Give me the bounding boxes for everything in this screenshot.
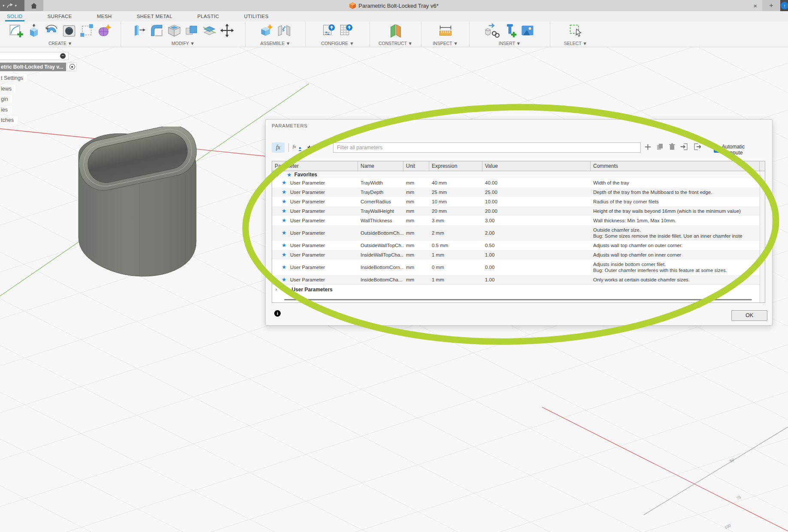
- browser-item-document-settings[interactable]: t Settings: [0, 74, 27, 82]
- measure-icon[interactable]: [438, 23, 453, 38]
- filter-parameters-input[interactable]: [333, 142, 641, 153]
- chevron-right-icon[interactable]: ›: [276, 287, 281, 292]
- tab-sheet-metal[interactable]: SHEET METAL: [136, 11, 172, 21]
- joint-icon[interactable]: [277, 23, 291, 38]
- table-row[interactable]: ★User Parameter InsideWallTopCha... mm 1…: [272, 250, 765, 260]
- favorite-star-icon[interactable]: ★: [282, 242, 287, 248]
- column-header-expression[interactable]: Expression: [429, 161, 482, 171]
- import-parameters-icon[interactable]: [681, 143, 688, 150]
- tab-utilities[interactable]: UTILITIES: [244, 11, 268, 21]
- info-icon[interactable]: i: [274, 310, 281, 317]
- table-row[interactable]: ★User Parameter InsideBottomCha... mm 1 …: [272, 275, 765, 284]
- parameter-comments-cell[interactable]: Only works at certain outside chamfer si…: [591, 275, 760, 284]
- column-header-name[interactable]: Name: [358, 161, 403, 171]
- column-header-comments[interactable]: Comments: [591, 161, 760, 171]
- select-icon[interactable]: [568, 23, 583, 38]
- favorites-group-row[interactable]: ⌄ ★ Favorites: [272, 171, 765, 178]
- parameter-expression-cell[interactable]: 2 mm: [429, 228, 482, 238]
- visibility-radio-icon[interactable]: [67, 62, 77, 71]
- export-parameters-icon[interactable]: [694, 143, 701, 150]
- table-row[interactable]: ★User Parameter TrayDepth mm 25 mm 25.00…: [272, 187, 765, 197]
- tab-solid[interactable]: SOLID: [7, 11, 23, 21]
- favorite-star-icon[interactable]: ★: [282, 199, 287, 205]
- construct-plane-icon[interactable]: [388, 23, 403, 38]
- insert-group-label[interactable]: INSERT ▼: [499, 41, 521, 46]
- browser-item-named-views[interactable]: iews: [0, 85, 15, 93]
- duplicate-parameter-icon[interactable]: [657, 143, 664, 150]
- collapse-icon[interactable]: −: [60, 53, 66, 59]
- modify-group-label[interactable]: MODIFY ▼: [172, 41, 195, 46]
- create-group-label[interactable]: CREATE ▼: [48, 41, 72, 46]
- ok-button[interactable]: OK: [731, 310, 767, 321]
- add-parameter-icon[interactable]: [645, 144, 651, 150]
- parameter-comments-cell[interactable]: Wall thickness: Min 1mm, Max 10mm.: [591, 216, 760, 225]
- table-row[interactable]: ★User Parameter CornerRadius mm 10 mm 10…: [272, 197, 765, 206]
- inspect-group-label[interactable]: INSPECT ▼: [433, 41, 458, 46]
- automatic-compute-control[interactable]: ✓ Automatic Compute: [714, 144, 766, 156]
- new-tab-button[interactable]: +: [762, 0, 780, 11]
- table-row[interactable]: ★User Parameter OutsideBottomCh... mm 2 …: [272, 225, 765, 241]
- browser-header-bar[interactable]: −: [0, 52, 69, 60]
- table-row[interactable]: ★User Parameter TrayWallHeight mm 20 mm …: [272, 206, 765, 216]
- combine-icon[interactable]: [185, 23, 199, 38]
- split-body-icon[interactable]: [202, 23, 217, 38]
- configure-group-label[interactable]: CONFIGURE ▼: [321, 41, 354, 46]
- parameter-comments-cell[interactable]: Depth of the tray from the Multiboard to…: [591, 187, 760, 197]
- construct-group-label[interactable]: CONSTRUCT ▼: [379, 41, 412, 46]
- browser-item-bodies[interactable]: ies: [0, 106, 12, 114]
- extrude-icon[interactable]: [27, 23, 41, 38]
- tab-mesh[interactable]: MESH: [97, 11, 112, 21]
- select-group-label[interactable]: SELECT ▼: [564, 41, 587, 46]
- configure-feature-icon[interactable]: [321, 23, 336, 38]
- favorite-star-icon[interactable]: ★: [282, 230, 287, 236]
- parameter-expression-cell[interactable]: 0 mm: [429, 263, 482, 272]
- table-row[interactable]: ★User Parameter InsideBottomCorn... mm 0…: [272, 260, 765, 275]
- create-sketch-icon[interactable]: [9, 23, 24, 38]
- column-header-parameter[interactable]: Parameter: [272, 161, 358, 171]
- model-body[interactable]: [69, 127, 210, 285]
- hole-icon[interactable]: [62, 23, 76, 38]
- filter-favorites-button[interactable]: ★: [304, 144, 315, 151]
- press-pull-icon[interactable]: [132, 23, 146, 38]
- parameter-comments-cell[interactable]: Radius of the tray corner filets: [591, 197, 760, 206]
- parameter-comments-cell[interactable]: Outside chamfer size. Bug: Some sizes re…: [591, 225, 760, 241]
- parameter-expression-cell[interactable]: 3 mm: [429, 216, 482, 225]
- parameter-comments-cell[interactable]: Adjusts wall top chamfer on outer corner…: [591, 241, 760, 250]
- parameter-comments-cell[interactable]: Width of the tray: [591, 178, 760, 187]
- fillet-icon[interactable]: [149, 23, 164, 38]
- insert-canvas-image-icon[interactable]: [520, 23, 535, 38]
- vertical-scrollbar-track[interactable]: [760, 171, 765, 302]
- column-header-value[interactable]: Value: [482, 161, 591, 171]
- configuration-table-icon[interactable]: [339, 23, 354, 38]
- horizontal-scrollbar[interactable]: [284, 299, 752, 300]
- favorite-star-icon[interactable]: ★: [282, 189, 287, 195]
- parameter-expression-cell[interactable]: 40 mm: [429, 178, 482, 187]
- table-row[interactable]: ★User Parameter TrayWidth mm 40 mm 40.00…: [272, 178, 765, 187]
- favorite-star-icon[interactable]: ★: [282, 264, 287, 270]
- parameter-expression-cell[interactable]: 25 mm: [429, 187, 482, 197]
- parameter-expression-cell[interactable]: 1 mm: [429, 275, 482, 284]
- user-parameters-group-row[interactable]: › fx User Parameters: [272, 284, 765, 294]
- browser-item-sketches[interactable]: tches: [0, 116, 18, 124]
- browser-document-item[interactable]: etric Bolt-Locked Tray v...: [0, 62, 77, 71]
- parameter-expression-cell[interactable]: 1 mm: [429, 250, 482, 260]
- shell-icon[interactable]: [167, 23, 182, 38]
- revolve-icon[interactable]: [44, 23, 59, 38]
- parameter-expression-cell[interactable]: 20 mm: [429, 206, 482, 216]
- favorite-star-icon[interactable]: ★: [282, 208, 287, 214]
- close-tab-icon[interactable]: ×: [748, 2, 762, 9]
- table-row[interactable]: ★User Parameter OutsideWallTopCh... mm 0…: [272, 241, 765, 250]
- insert-derive-icon[interactable]: [485, 23, 500, 38]
- automatic-compute-checkbox[interactable]: ✓: [714, 147, 720, 153]
- tab-plastic[interactable]: PLASTIC: [197, 11, 219, 21]
- create-form-icon[interactable]: [97, 23, 112, 38]
- parameter-comments-cell[interactable]: Height of the tray walls beyond 16mm (wh…: [591, 206, 760, 216]
- tab-surface[interactable]: SURFACE: [48, 11, 72, 21]
- chevron-down-icon[interactable]: ⌄: [276, 172, 281, 177]
- favorite-star-icon[interactable]: ★: [282, 277, 287, 283]
- rectangular-pattern-icon[interactable]: [79, 23, 94, 38]
- favorite-star-icon[interactable]: ★: [282, 180, 287, 186]
- table-row[interactable]: ★User Parameter WallThickness mm 3 mm 3.…: [272, 216, 765, 225]
- new-component-icon[interactable]: [259, 23, 274, 38]
- delete-parameter-icon[interactable]: [669, 143, 675, 150]
